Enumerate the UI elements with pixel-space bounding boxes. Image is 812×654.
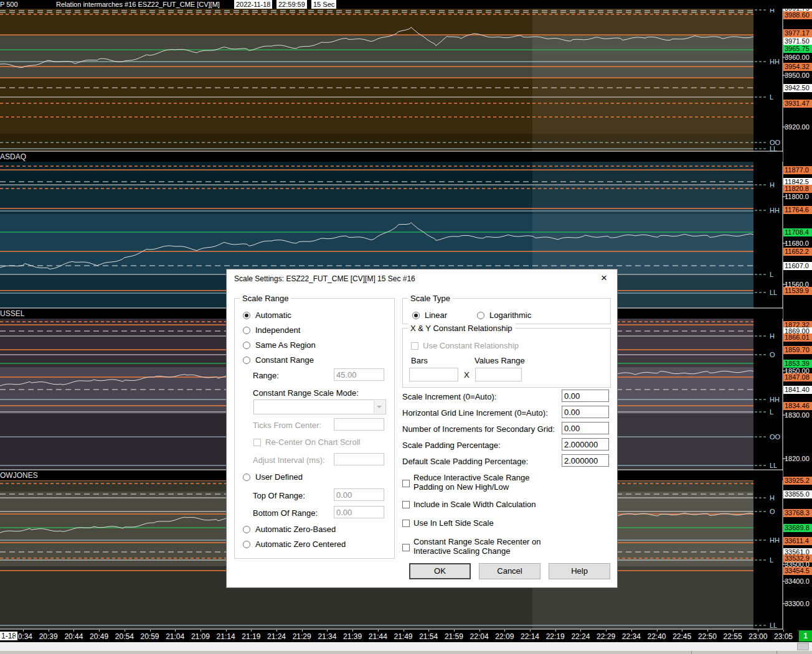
time-axis[interactable]: 1-18 1 20:3420:3920:4420:4920:5420:5921:… <box>0 630 812 642</box>
radio-independent-label[interactable]: Independent <box>255 325 300 335</box>
time-tick-mark <box>733 630 734 632</box>
constant-range-recenter-checkbox[interactable] <box>402 544 410 551</box>
include-scale-width-checkbox[interactable] <box>402 501 410 508</box>
time-tick-mark <box>454 630 455 632</box>
scale-padding-input[interactable] <box>562 438 609 451</box>
scale-label: 11708.4 <box>783 228 812 236</box>
scale-label: 33300.0 <box>783 600 812 608</box>
radio-automatic-zero-based[interactable] <box>243 526 250 533</box>
hl-marker-russel-l: L <box>770 409 773 416</box>
radio-linear[interactable] <box>412 312 420 319</box>
radio-user-defined[interactable] <box>243 474 250 481</box>
default-scale-padding-input[interactable] <box>562 454 609 467</box>
chart-interval: 15 Sec <box>311 0 336 9</box>
values-range-input[interactable] <box>475 368 522 381</box>
region-label-sp500: P 500 <box>0 0 18 9</box>
recenter-on-scroll-checkbox[interactable] <box>253 439 261 446</box>
hl-marker-dowjones-o: O <box>770 508 775 515</box>
radio-constant-range[interactable] <box>243 357 250 364</box>
recenter-on-scroll-label[interactable]: Re-Center On Chart Scroll <box>265 437 360 447</box>
top-of-range-input[interactable] <box>334 488 384 501</box>
use-left-side-scale-checkbox[interactable] <box>402 520 410 527</box>
radio-same-as-region-label[interactable]: Same As Region <box>255 340 316 350</box>
combo-arrow-icon[interactable] <box>374 401 385 413</box>
time-tick-mark <box>555 630 556 632</box>
scale-label: 33768.3 <box>783 509 812 517</box>
range-input[interactable] <box>334 368 384 381</box>
constant-range-recenter-label[interactable]: Constant Range Scale Recenter on Interac… <box>413 537 569 556</box>
ok-button[interactable]: OK <box>409 563 471 579</box>
trading-app-window: P 500 Relation intermarches #16 ESZ22_FU… <box>0 0 812 654</box>
scale-label: 33855.0 <box>783 490 812 498</box>
time-tick-label: 22:14 <box>521 632 539 641</box>
horizontal-scrollbar[interactable] <box>0 642 812 651</box>
cancel-button[interactable]: Cancel <box>479 563 541 579</box>
secondary-grid-increments-label: Number of Increments for Secondary Grid: <box>402 424 555 434</box>
constant-range-scale-mode-select[interactable] <box>253 399 386 414</box>
include-scale-width-label[interactable]: Include in Scale Width Calculation <box>413 500 536 509</box>
time-tick-label: 22:50 <box>698 632 717 641</box>
scale-label: 3942.50 <box>783 84 812 92</box>
xy-x-separator: X <box>464 370 470 380</box>
time-tick-mark <box>276 630 277 632</box>
reduce-interactive-padding-checkbox[interactable] <box>402 480 410 487</box>
radio-automatic[interactable] <box>243 312 250 319</box>
time-tick-mark <box>428 630 429 632</box>
bars-input[interactable] <box>409 368 458 381</box>
ticks-from-center-input[interactable] <box>334 418 384 431</box>
radio-logarithmic-label[interactable]: Logarithmic <box>489 311 531 320</box>
radio-user-defined-label[interactable]: User Defined <box>255 472 303 482</box>
scale-label: 33689.8 <box>783 524 812 532</box>
scale-increment-input[interactable] <box>562 390 609 402</box>
values-range-label: Values Range <box>474 356 525 365</box>
scrollbar-thumb[interactable] <box>797 643 809 650</box>
radio-automatic-label[interactable]: Automatic <box>255 311 291 320</box>
time-tick-label: 21:39 <box>343 632 362 641</box>
scale-label: 11652.2 <box>783 248 812 256</box>
bars-label: Bars <box>411 356 428 365</box>
time-tick-label: 20:49 <box>90 632 108 641</box>
hl-marker-russel-hh: HH <box>770 396 780 403</box>
adjust-interval-input[interactable] <box>334 453 384 465</box>
time-tick-label: 22:04 <box>470 632 489 641</box>
bottom-of-range-input[interactable] <box>334 506 384 518</box>
time-tick-label: 22:24 <box>571 632 590 641</box>
reduce-interactive-padding-label[interactable]: Reduce Interactive Scale Range Padding o… <box>413 473 557 492</box>
scale-label: 11800.0 <box>783 193 812 201</box>
use-constant-relationship-label[interactable]: Use Constant Relationship <box>423 341 519 350</box>
scale-label: 3977.17 <box>783 29 812 37</box>
radio-automatic-zero-centered-label[interactable]: Automatic Zero Centered <box>255 540 346 549</box>
scale-label: 11680.0 <box>783 240 812 248</box>
radio-constant-range-label[interactable]: Constant Range <box>255 355 314 365</box>
secondary-grid-increments-input[interactable] <box>562 422 609 434</box>
use-constant-relationship-checkbox[interactable] <box>411 342 418 350</box>
time-tick-mark <box>758 630 758 632</box>
hl-marker-nasdaq-l: L <box>770 271 773 278</box>
hl-marker-dowjones-hh: HH <box>770 537 780 544</box>
time-tick-label: 21:09 <box>191 632 210 641</box>
time-tick-label: 20:44 <box>64 632 83 641</box>
radio-same-as-region[interactable] <box>243 342 250 349</box>
horizontal-grid-increment-input[interactable] <box>562 406 609 418</box>
radio-logarithmic[interactable] <box>477 312 484 319</box>
use-left-side-scale-label[interactable]: Use In Left Side Scale <box>413 518 494 528</box>
radio-automatic-zero-based-label[interactable]: Automatic Zero-Based <box>255 525 336 534</box>
time-tick-label: 20:34 <box>14 632 32 641</box>
time-tick-mark <box>352 630 353 632</box>
region-label-nasdaq: ASDAQ <box>0 152 783 162</box>
close-icon[interactable]: × <box>597 271 611 285</box>
scale-label: 1841.40 <box>783 386 812 394</box>
radio-automatic-zero-centered[interactable] <box>243 541 250 548</box>
scale-padding-label: Scale Padding Percentage: <box>402 441 501 450</box>
help-button[interactable]: Help <box>549 563 610 579</box>
time-tick-mark <box>657 630 658 632</box>
scale-type-legend: Scale Type <box>408 294 453 303</box>
scale-label: 11539.9 <box>783 287 812 295</box>
radio-independent[interactable] <box>243 327 250 334</box>
time-tick-label: 21:04 <box>166 632 184 641</box>
scale-label: 1820.00 <box>783 455 812 463</box>
dialog-title: Scale Settings: ESZ22_FUT_CME [CV][M] 15… <box>234 274 415 283</box>
radio-linear-label[interactable]: Linear <box>425 311 447 320</box>
chart-date: 2022-11-18 <box>234 0 272 9</box>
default-scale-padding-label: Default Scale Padding Percentage: <box>402 457 528 466</box>
